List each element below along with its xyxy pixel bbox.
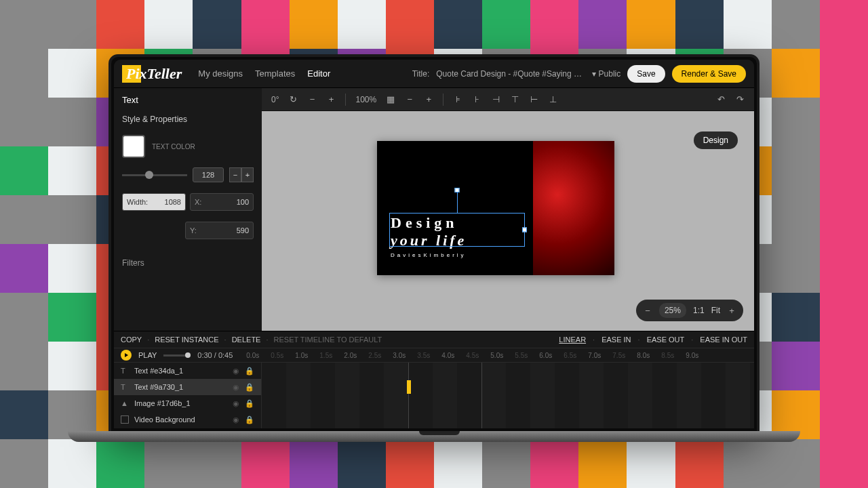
zoom-out-icon[interactable]: − bbox=[643, 306, 652, 315]
action-reset-all[interactable]: RESET TIMELINE TO DEFAULT bbox=[274, 336, 382, 344]
opacity-plus[interactable]: + bbox=[241, 167, 254, 182]
tick: 0.5s bbox=[271, 352, 295, 359]
ease-out[interactable]: EASE OUT bbox=[647, 336, 685, 344]
render-save-button[interactable]: Render & Save bbox=[672, 65, 746, 83]
track-area[interactable] bbox=[262, 363, 754, 428]
undo-icon[interactable]: ↶ bbox=[716, 95, 726, 104]
width-field[interactable]: Width:1088 bbox=[122, 193, 186, 211]
tick: 5.0s bbox=[490, 352, 515, 359]
nav-editor[interactable]: Editor bbox=[307, 68, 330, 79]
tick: 1.0s bbox=[295, 352, 319, 359]
align-top-icon[interactable]: ⊤ bbox=[510, 95, 519, 104]
x-field[interactable]: X:100 bbox=[190, 193, 254, 211]
tick: 8.5s bbox=[661, 352, 686, 359]
zoom-plus-icon[interactable]: + bbox=[424, 95, 433, 104]
plus-icon[interactable]: + bbox=[326, 95, 336, 104]
align-center-icon[interactable]: ⊦ bbox=[472, 95, 481, 104]
visibility-icon[interactable]: ◉ bbox=[233, 367, 239, 375]
layer-row[interactable]: TText #9a730_1◉🔒 bbox=[114, 379, 261, 395]
tick: 1.5s bbox=[319, 352, 344, 359]
time-display: 0:30 / 0:45 bbox=[197, 351, 233, 359]
title-label: Title: bbox=[412, 69, 430, 79]
play-button[interactable] bbox=[121, 350, 132, 361]
visibility-dropdown[interactable]: ▾ Public bbox=[592, 69, 620, 79]
grid-icon[interactable]: ▦ bbox=[386, 95, 395, 104]
opacity-slider[interactable] bbox=[122, 174, 187, 176]
lock-icon[interactable]: 🔒 bbox=[245, 383, 254, 392]
handle-right[interactable] bbox=[522, 228, 527, 232]
action-copy[interactable]: COPY bbox=[121, 336, 142, 344]
zoom-fit[interactable]: Fit bbox=[711, 306, 720, 315]
layer-row[interactable]: ▲Image #17d6b_1◉🔒 bbox=[114, 395, 261, 411]
align-middle-icon[interactable]: ⊢ bbox=[529, 95, 538, 104]
layer-row[interactable]: Video Background◉🔒 bbox=[114, 411, 261, 428]
nav-my-designs[interactable]: My designs bbox=[198, 68, 243, 79]
laptop-frame: PixTeller My designs Templates Editor Ti… bbox=[108, 54, 760, 434]
redo-icon[interactable]: ↷ bbox=[735, 95, 745, 104]
rotation-value[interactable]: 0° bbox=[271, 95, 279, 104]
filters-section[interactable]: Filters bbox=[122, 258, 254, 268]
visibility-icon[interactable]: ◉ bbox=[233, 383, 239, 392]
timeline-actions: COPY· RESET INSTANCE· DELETE· RESET TIME… bbox=[114, 331, 754, 348]
keyframe[interactable] bbox=[407, 380, 411, 394]
artboard[interactable]: Design your life DaviesKimberly bbox=[377, 141, 614, 275]
minus-icon[interactable]: − bbox=[307, 95, 317, 104]
rotate-icon[interactable]: ↻ bbox=[288, 95, 298, 104]
layer-type-icon: T bbox=[121, 383, 129, 391]
text-color-label: TEXT COLOR bbox=[152, 143, 195, 150]
layer-name: Text #e34da_1 bbox=[134, 367, 183, 375]
timeline: COPY· RESET INSTANCE· DELETE· RESET TIME… bbox=[114, 331, 754, 428]
tick: 3.5s bbox=[417, 352, 441, 359]
checkbox-icon[interactable] bbox=[121, 415, 129, 424]
layer-row[interactable]: TText #e34da_1◉🔒 bbox=[114, 363, 261, 379]
nav-templates[interactable]: Templates bbox=[255, 68, 295, 79]
zoom-value[interactable]: 100% bbox=[355, 95, 376, 104]
action-delete[interactable]: DELETE bbox=[232, 336, 261, 344]
canvas-toolbar: 0° ↻ − + 100% ▦ − + ⊧ ⊦ ⊣ ⊤ ⊢ ⊥ ↶ ↷ bbox=[262, 88, 754, 111]
y-field[interactable]: Y:590 bbox=[185, 222, 254, 239]
timeline-body: TText #e34da_1◉🔒TText #9a730_1◉🔒▲Image #… bbox=[114, 363, 754, 428]
playhead-line[interactable] bbox=[408, 363, 409, 428]
slider-thumb[interactable] bbox=[145, 171, 153, 179]
visibility-icon[interactable]: ◉ bbox=[233, 415, 239, 424]
time-ruler[interactable]: 0.0s0.5s1.0s1.5s2.0s2.5s3.0s3.5s4.0s4.5s… bbox=[239, 352, 747, 359]
tick: 9.0s bbox=[686, 352, 710, 359]
tick: 4.5s bbox=[466, 352, 490, 359]
visibility-icon[interactable]: ◉ bbox=[233, 399, 239, 408]
text-color-swatch[interactable] bbox=[122, 135, 145, 158]
main-area: Text Style & Properties TEXT COLOR − + W… bbox=[114, 88, 754, 331]
align-right-icon[interactable]: ⊣ bbox=[491, 95, 500, 104]
save-button[interactable]: Save bbox=[627, 65, 665, 83]
layer-name: Video Background bbox=[134, 415, 195, 424]
tick: 6.0s bbox=[539, 352, 564, 359]
artboard-image bbox=[533, 141, 614, 275]
zoom-ratio[interactable]: 1:1 bbox=[693, 306, 705, 315]
layer-type-icon: ▲ bbox=[121, 399, 129, 407]
opacity-minus[interactable]: − bbox=[229, 167, 241, 182]
zoom-in-icon[interactable]: + bbox=[727, 306, 736, 315]
ease-in-out[interactable]: EASE IN OUT bbox=[700, 336, 747, 344]
handle-top[interactable] bbox=[455, 188, 460, 192]
sidebar: Text Style & Properties TEXT COLOR − + W… bbox=[114, 88, 262, 331]
end-line bbox=[481, 363, 482, 428]
ease-linear[interactable]: LINEAR bbox=[559, 336, 586, 344]
action-reset[interactable]: RESET INSTANCE bbox=[155, 336, 218, 344]
title-input[interactable]: Quote Card Design - #Quote #Saying #Word… bbox=[436, 69, 585, 79]
lock-icon[interactable]: 🔒 bbox=[245, 367, 254, 375]
selection-box[interactable] bbox=[389, 213, 525, 247]
text-author: DaviesKimberly bbox=[391, 252, 513, 258]
speed-slider[interactable] bbox=[163, 354, 191, 357]
tick: 8.0s bbox=[637, 352, 661, 359]
design-badge[interactable]: Design bbox=[694, 131, 738, 149]
lock-icon[interactable]: 🔒 bbox=[245, 399, 254, 408]
lock-icon[interactable]: 🔒 bbox=[245, 415, 254, 424]
opacity-input[interactable] bbox=[193, 167, 224, 182]
zoom-percent[interactable]: 25% bbox=[659, 303, 686, 318]
zoom-minus-icon[interactable]: − bbox=[405, 95, 414, 104]
ease-in[interactable]: EASE IN bbox=[601, 336, 631, 344]
align-left-icon[interactable]: ⊧ bbox=[453, 95, 462, 104]
tick: 2.0s bbox=[344, 352, 368, 359]
align-bottom-icon[interactable]: ⊥ bbox=[548, 95, 557, 104]
tick: 4.0s bbox=[441, 352, 466, 359]
canvas-viewport[interactable]: Design Design your life DaviesKimberly −… bbox=[262, 111, 754, 331]
